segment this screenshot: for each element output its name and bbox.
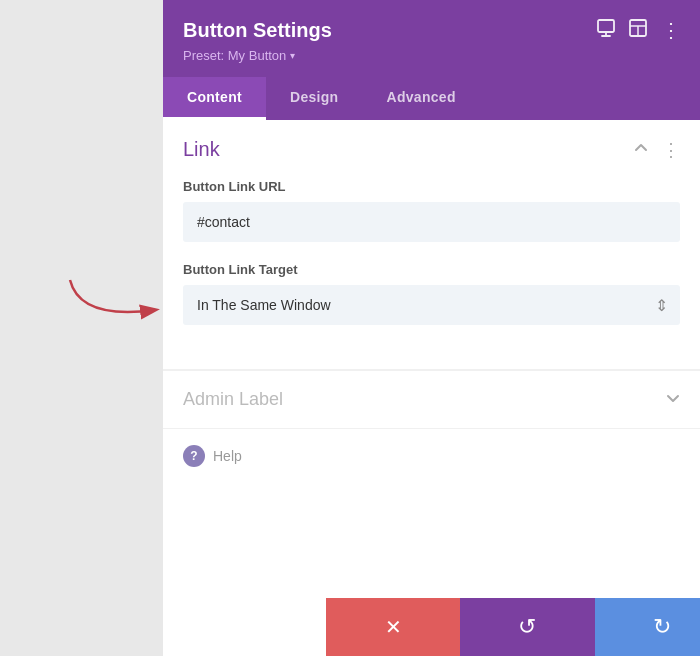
- redo-icon: ↻: [653, 614, 671, 640]
- tabs-container: Content Design Advanced: [163, 77, 700, 120]
- link-section-body: Button Link URL Button Link Target In Th…: [163, 179, 700, 369]
- left-area: [0, 0, 163, 656]
- button-link-target-field: Button Link Target In The Same Window In…: [183, 262, 680, 325]
- link-section-header: Link ⋮: [163, 120, 700, 175]
- admin-label-section: Admin Label: [163, 370, 700, 429]
- settings-panel: Button Settings ⋮: [163, 0, 700, 656]
- header-preset[interactable]: Preset: My Button ▾: [183, 48, 680, 63]
- tab-design[interactable]: Design: [266, 77, 362, 120]
- admin-label-title: Admin Label: [183, 389, 283, 410]
- help-area: ? Help: [163, 429, 700, 483]
- button-link-url-input[interactable]: [183, 202, 680, 242]
- header-icons: ⋮: [597, 18, 680, 42]
- link-section-icons: ⋮: [634, 139, 680, 161]
- link-section: Link ⋮ Button Link URL: [163, 120, 700, 370]
- tab-advanced[interactable]: Advanced: [362, 77, 479, 120]
- admin-label-section-header[interactable]: Admin Label: [163, 370, 700, 428]
- collapse-icon[interactable]: [634, 141, 648, 159]
- button-link-url-label: Button Link URL: [183, 179, 680, 194]
- link-section-title: Link: [183, 138, 220, 161]
- content-area: Link ⋮ Button Link URL: [163, 120, 700, 656]
- button-link-url-field: Button Link URL: [183, 179, 680, 242]
- help-label: Help: [213, 448, 242, 464]
- reset-button[interactable]: ↺: [460, 598, 594, 656]
- svg-rect-0: [598, 20, 614, 32]
- preset-chevron: ▾: [290, 50, 295, 61]
- reset-icon: ↺: [518, 614, 536, 640]
- button-link-target-label: Button Link Target: [183, 262, 680, 277]
- panel-title: Button Settings: [183, 19, 332, 42]
- cancel-icon: ✕: [385, 615, 402, 639]
- tab-content[interactable]: Content: [163, 77, 266, 120]
- button-link-target-wrapper: In The Same Window In A New Window ⇕: [183, 285, 680, 325]
- redo-button[interactable]: ↻: [595, 598, 701, 656]
- help-icon[interactable]: ?: [183, 445, 205, 467]
- admin-label-chevron[interactable]: [666, 391, 680, 409]
- button-link-target-select[interactable]: In The Same Window In A New Window: [183, 285, 680, 325]
- panel-header: Button Settings ⋮: [163, 0, 700, 77]
- layout-icon[interactable]: [629, 19, 647, 41]
- link-more-icon[interactable]: ⋮: [662, 139, 680, 161]
- cancel-button[interactable]: ✕: [326, 598, 460, 656]
- more-icon[interactable]: ⋮: [661, 18, 680, 42]
- bottom-bar: ✕ ↺ ↻ ✓: [326, 598, 700, 656]
- header-top: Button Settings ⋮: [183, 18, 680, 42]
- screen-icon[interactable]: [597, 19, 615, 41]
